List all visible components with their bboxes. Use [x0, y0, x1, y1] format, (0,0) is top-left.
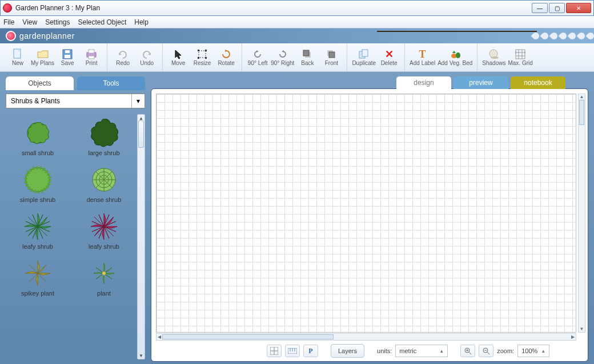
- main-area: Objects Tools Shrubs & Plants ▾ small sh…: [0, 72, 594, 364]
- brand-logo-icon: [6, 31, 16, 41]
- layers-button[interactable]: Layers: [331, 344, 364, 358]
- brand-name: gardenplanner: [19, 31, 75, 41]
- rotate-left-button[interactable]: 90° Left: [246, 45, 270, 70]
- palette-leafy-shrub-red[interactable]: leafy shrub: [72, 208, 136, 252]
- svg-line-45: [487, 352, 489, 354]
- menu-settings[interactable]: Settings: [45, 18, 70, 26]
- add-veg-bed-button[interactable]: Add Veg. Bed: [436, 45, 473, 70]
- rotate-left-icon: [252, 48, 263, 60]
- object-palette: small shrub large shrub simple shrub den…: [6, 114, 145, 359]
- zoom-in-button[interactable]: [460, 345, 475, 357]
- palette-large-shrub[interactable]: large shrub: [72, 114, 136, 159]
- leafy-shrub-green-icon: [21, 210, 54, 243]
- palette-simple-shrub[interactable]: simple shrub: [6, 161, 70, 205]
- move-button[interactable]: Move: [166, 45, 190, 70]
- palette-leafy-shrub-green[interactable]: leafy shrub: [6, 208, 70, 252]
- scroll-thumb[interactable]: [579, 100, 584, 125]
- zoom-out-button[interactable]: [479, 345, 493, 357]
- scroll-left-icon[interactable]: ◀: [156, 334, 162, 340]
- max-grid-button[interactable]: Max. Grid: [507, 45, 533, 70]
- simple-shrub-icon: [21, 163, 54, 196]
- minimize-button[interactable]: —: [532, 3, 548, 13]
- window-titlebar: Garden Planner 3 : My Plan — ▢ ✕: [0, 0, 594, 16]
- category-select[interactable]: Shrubs & Plants ▾: [6, 94, 145, 108]
- palette-dense-shrub[interactable]: dense shrub: [72, 161, 136, 205]
- scroll-thumb[interactable]: [162, 334, 334, 339]
- svg-rect-3: [65, 50, 70, 53]
- menu-help[interactable]: Help: [134, 18, 148, 26]
- rotate-icon: [220, 48, 232, 60]
- send-back-button[interactable]: Back: [295, 45, 319, 70]
- canvas-container: ▲ ▼ ◀ ▶ P Layers units: metric▲: [151, 88, 588, 362]
- app-banner: gardenplanner: [0, 29, 594, 43]
- file-icon: [12, 48, 23, 60]
- scroll-down-icon[interactable]: ▼: [579, 326, 585, 332]
- left-panel: Objects Tools Shrubs & Plants ▾ small sh…: [0, 72, 151, 364]
- save-button[interactable]: Save: [55, 45, 79, 70]
- close-button[interactable]: ✕: [566, 3, 591, 13]
- svg-rect-9: [205, 50, 207, 51]
- shadow-icon: [488, 48, 500, 60]
- new-button[interactable]: New: [6, 45, 30, 70]
- tab-design[interactable]: design: [396, 76, 451, 89]
- bring-front-icon: [326, 48, 337, 60]
- grid-icon: [515, 48, 526, 60]
- window-controls: — ▢ ✕: [532, 3, 591, 13]
- svg-rect-22: [516, 50, 525, 59]
- grid-toggle-button[interactable]: [267, 345, 282, 357]
- scroll-up-icon[interactable]: ▲: [579, 94, 585, 100]
- ruler-toggle-button[interactable]: [285, 345, 300, 357]
- palette-spikey-plant[interactable]: spikey plant: [6, 254, 70, 299]
- svg-rect-10: [198, 57, 199, 59]
- text-icon: T: [417, 48, 428, 60]
- plant-icon: [87, 257, 121, 290]
- shadows-button[interactable]: Shadows: [481, 45, 507, 70]
- maximize-button[interactable]: ▢: [549, 3, 565, 13]
- rotate-right-button[interactable]: 90° Right: [270, 45, 295, 70]
- redo-icon: [117, 48, 129, 60]
- tab-objects[interactable]: Objects: [6, 76, 74, 90]
- rotate-button[interactable]: Rotate: [214, 45, 238, 70]
- right-panel: design preview notebook ▲ ▼ ◀ ▶ P: [151, 72, 594, 364]
- scroll-thumb[interactable]: [138, 120, 144, 148]
- bring-front-button[interactable]: Front: [319, 45, 343, 70]
- menubar: File View Settings Selected Object Help: [0, 16, 594, 29]
- resize-icon: [196, 48, 208, 60]
- palette-scrollbar[interactable]: ▲ ▼: [137, 114, 145, 359]
- tab-notebook[interactable]: notebook: [511, 76, 565, 89]
- svg-rect-5: [89, 50, 94, 53]
- print-button[interactable]: Print: [79, 45, 103, 70]
- resize-button[interactable]: Resize: [190, 45, 214, 70]
- canvas-vscrollbar[interactable]: ▲ ▼: [578, 94, 585, 333]
- toolbar: New My Plans Save Print Redo Undo Move R…: [0, 43, 594, 72]
- menu-file[interactable]: File: [3, 18, 14, 26]
- palette-plant[interactable]: plant: [72, 254, 136, 299]
- myplans-button[interactable]: My Plans: [30, 45, 55, 70]
- scroll-down-icon[interactable]: ▼: [138, 352, 145, 359]
- units-select[interactable]: metric▲: [395, 345, 448, 357]
- undo-button[interactable]: Undo: [135, 45, 159, 70]
- send-back-icon: [302, 48, 313, 60]
- scroll-right-icon[interactable]: ▶: [570, 334, 576, 340]
- left-panel-tabs: Objects Tools: [6, 76, 145, 90]
- menu-selected-object[interactable]: Selected Object: [78, 18, 127, 26]
- canvas-hscrollbar[interactable]: ◀ ▶: [156, 333, 576, 341]
- design-canvas[interactable]: [156, 94, 576, 333]
- redo-button[interactable]: Redo: [111, 45, 135, 70]
- zoom-select[interactable]: 100%▲: [517, 345, 549, 357]
- folder-icon: [37, 48, 49, 60]
- duplicate-button[interactable]: Duplicate: [351, 45, 377, 70]
- svg-rect-13: [303, 50, 309, 56]
- pointer-icon: [172, 48, 184, 60]
- delete-button[interactable]: ✕Delete: [377, 45, 401, 70]
- menu-view[interactable]: View: [22, 18, 37, 26]
- chevron-up-icon: ▲: [541, 349, 545, 354]
- undo-icon: [141, 48, 152, 60]
- tab-tools[interactable]: Tools: [77, 76, 145, 90]
- palette-small-shrub[interactable]: small shrub: [6, 114, 70, 159]
- add-label-button[interactable]: TAdd Label: [408, 45, 436, 70]
- p-toggle-button[interactable]: P: [303, 345, 318, 357]
- svg-rect-7: [199, 51, 206, 58]
- svg-point-20: [489, 50, 497, 58]
- tab-preview[interactable]: preview: [453, 76, 508, 89]
